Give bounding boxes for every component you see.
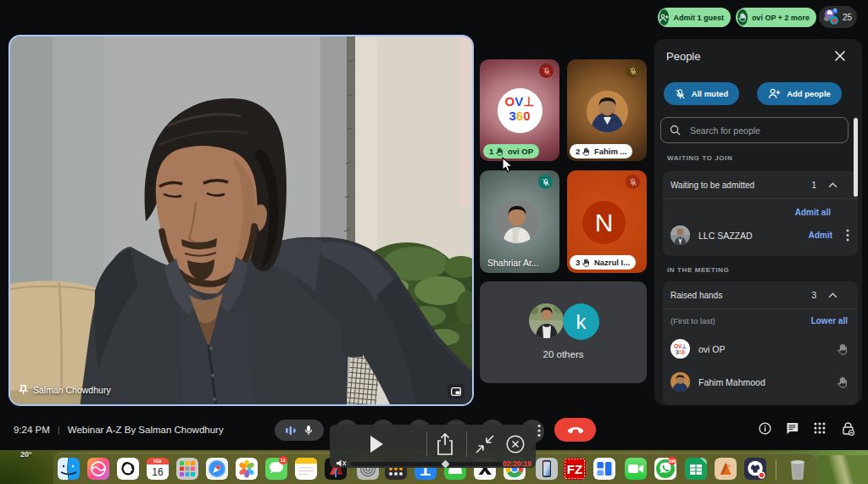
svg-text:11: 11 <box>281 458 287 463</box>
svg-text:FEB: FEB <box>154 459 163 464</box>
svg-text:296: 296 <box>668 459 676 464</box>
svg-text:FZ: FZ <box>567 462 582 476</box>
svg-text:16: 16 <box>152 466 164 478</box>
